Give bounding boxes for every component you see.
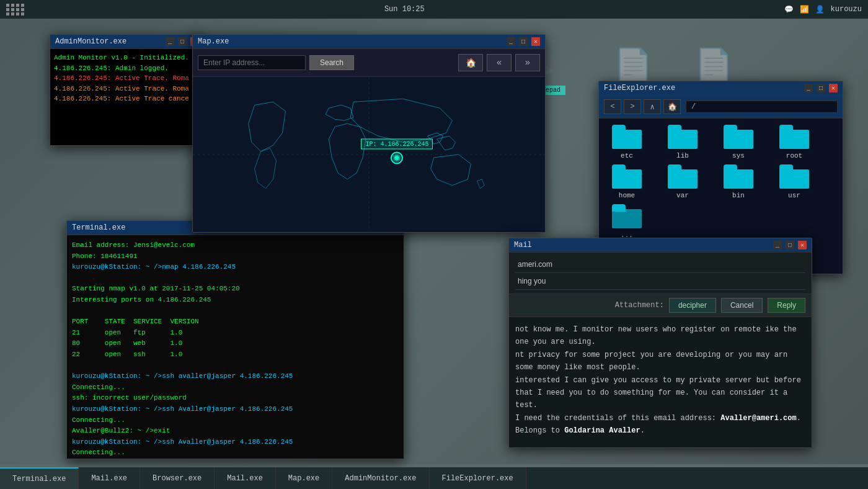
- apps-grid-icon[interactable]: [6, 4, 25, 16]
- t-line-conn1: Connecting...: [72, 382, 399, 393]
- wifi-icon: 📶: [800, 5, 809, 14]
- tb-map[interactable]: Map.exe: [276, 467, 332, 489]
- folder-sys-label: sys: [732, 152, 745, 159]
- tb-terminal[interactable]: Terminal.exe: [0, 467, 79, 489]
- t-line-cmd4: kurouzu@kStation: ~ />ssh Avaller@jasper…: [72, 437, 399, 448]
- file-explorer-titlebar: FileExplorer.exe _ □ ✕: [599, 81, 843, 96]
- folder-usr-label: usr: [788, 192, 800, 199]
- folder-usr-icon: [779, 164, 809, 189]
- admin-minimize-btn[interactable]: _: [166, 37, 174, 46]
- terminal-window: Terminal.exe _ □ ✕ Email address: Jensi@…: [66, 220, 404, 459]
- taskbar-top: Sun 10:25 💬 📶 👤 kurouzu: [0, 0, 868, 19]
- attachment-label: Attachment:: [615, 301, 664, 310]
- folder-lib-icon: [668, 125, 698, 150]
- folder-more[interactable]: ...: [605, 204, 649, 239]
- t-line-blank3: [72, 361, 399, 372]
- mail-subject-field: [515, 273, 805, 290]
- map-back-btn[interactable]: «: [487, 54, 512, 71]
- admin-monitor-window: AdminMonitor.exe _ □ ✕ Admin Monitor v1.…: [50, 34, 205, 146]
- fe-forward-btn[interactable]: >: [624, 99, 641, 114]
- t-line-err: ssh: incorrect user/password: [72, 393, 399, 404]
- mail-close-btn[interactable]: ✕: [798, 241, 807, 249]
- user-icon: 👤: [815, 5, 825, 14]
- admin-content: Admin Monitor v1.0 - Initialized. 4.186.…: [50, 49, 204, 145]
- fe-close-btn[interactable]: ✕: [829, 84, 838, 92]
- fe-up-btn[interactable]: ∧: [644, 99, 661, 114]
- folder-root-icon: [779, 125, 809, 150]
- mail-subject-input[interactable]: [515, 276, 805, 287]
- tb-mail-1-label: Mail.exe: [91, 474, 127, 483]
- mail-maximize-btn[interactable]: □: [786, 241, 794, 249]
- fe-maximize-btn[interactable]: □: [817, 84, 825, 92]
- map-home-btn[interactable]: 🏠: [458, 54, 483, 71]
- t-line-blank1: [72, 273, 399, 284]
- tb-browser[interactable]: Browser.exe: [140, 467, 215, 489]
- map-maximize-btn[interactable]: □: [519, 37, 528, 46]
- map-title: Map.exe: [198, 37, 229, 46]
- folder-sys[interactable]: sys: [717, 125, 760, 159]
- fe-minimize-btn[interactable]: _: [804, 84, 813, 92]
- t-line-phone: Phone: 184611491: [72, 251, 399, 262]
- tb-mail-1[interactable]: Mail.exe: [79, 467, 140, 489]
- tb-terminal-label: Terminal.exe: [12, 475, 66, 483]
- terminal-title: Terminal.exe: [72, 223, 125, 232]
- tb-fileexplorer[interactable]: FileExplorer.exe: [430, 467, 526, 489]
- map-forward-btn[interactable]: »: [515, 54, 540, 71]
- folder-var-icon: [668, 164, 698, 189]
- map-close-btn[interactable]: ✕: [531, 37, 540, 46]
- t-line-email: Email address: Jensi@evelc.com: [72, 240, 399, 251]
- mail-to-input[interactable]: [515, 259, 805, 270]
- mail-popup-window: Mail _ □ ✕ Attachment: decipher Cancel R…: [508, 238, 812, 448]
- fe-path-bar[interactable]: /: [686, 101, 838, 113]
- folder-sys-icon: [724, 125, 753, 150]
- mail-popup-controls[interactable]: _ □ ✕: [773, 241, 807, 249]
- admin-maximize-btn[interactable]: □: [178, 37, 187, 46]
- t-line-port80: 80 open web 1.0: [72, 338, 399, 349]
- folder-etc[interactable]: etc: [605, 125, 649, 159]
- map-minimize-btn[interactable]: _: [507, 37, 515, 46]
- folder-home[interactable]: home: [605, 164, 649, 199]
- admin-monitor-titlebar: AdminMonitor.exe _ □ ✕: [50, 35, 204, 49]
- map-search-button[interactable]: Search: [309, 55, 354, 70]
- folder-lib-label: lib: [676, 152, 689, 159]
- file-explorer-controls[interactable]: _ □ ✕: [804, 84, 838, 92]
- mail-minimize-btn[interactable]: _: [773, 241, 782, 249]
- file-explorer-title: FileExplorer.exe: [604, 84, 675, 92]
- mail-to-field: [515, 256, 805, 273]
- reply-button[interactable]: Reply: [768, 298, 805, 313]
- fe-row-3: ...: [605, 204, 836, 239]
- admin-line-1: Admin Monitor v1.0 - Initialized.: [54, 53, 200, 63]
- tb-map-label: Map.exe: [288, 474, 319, 483]
- ip-search-input[interactable]: [198, 55, 306, 70]
- terminal-content[interactable]: Email address: Jensi@evelc.com Phone: 18…: [67, 235, 404, 459]
- chat-icon[interactable]: 💬: [784, 5, 794, 14]
- admin-line-2: 4.186.226.245: Admin logged.: [54, 63, 200, 74]
- tb-mail-2[interactable]: Mail.exe: [215, 467, 276, 489]
- fe-back-btn[interactable]: <: [604, 99, 621, 114]
- folder-usr[interactable]: usr: [773, 164, 816, 199]
- clock-display: Sun 10:25: [384, 5, 425, 14]
- t-line-port22: 22 open ssh 1.0: [72, 349, 399, 361]
- tb-adminmonitor[interactable]: AdminMonitor.exe: [332, 467, 429, 489]
- folder-home-icon: [612, 164, 642, 189]
- admin-line-3: 4.186.226.245: Active Trace. Roma: [54, 73, 200, 84]
- file-explorer-toolbar: < > ∧ 🏠 /: [599, 96, 843, 119]
- folder-lib[interactable]: lib: [661, 125, 704, 159]
- folder-root[interactable]: root: [773, 125, 816, 159]
- decipher-button[interactable]: decipher: [669, 298, 716, 313]
- folder-bin-icon: [724, 164, 753, 189]
- t-line-port21: 21 open ftp 1.0: [72, 328, 399, 339]
- map-ip-pin: IP: 4.186.226.245: [361, 139, 433, 164]
- folder-var[interactable]: var: [661, 164, 704, 199]
- folder-bin[interactable]: bin: [717, 164, 760, 199]
- tb-mail-2-label: Mail.exe: [227, 474, 263, 483]
- map-pin-dot: [391, 152, 403, 164]
- map-controls[interactable]: _ □ ✕: [507, 37, 540, 46]
- t-line-nmap1: Starting nmap v1.0 at 2017-11-25 04:05:2…: [72, 284, 399, 295]
- admin-line-4: 4.186.226.245: Active Trace. Roma: [54, 84, 200, 94]
- fe-home-btn[interactable]: 🏠: [663, 99, 681, 114]
- map-titlebar: Map.exe _ □ ✕: [193, 35, 545, 49]
- folder-etc-label: etc: [621, 152, 633, 159]
- mail-body-content: not know me. I monitor new users who reg…: [509, 317, 812, 447]
- cancel-button[interactable]: Cancel: [721, 298, 763, 313]
